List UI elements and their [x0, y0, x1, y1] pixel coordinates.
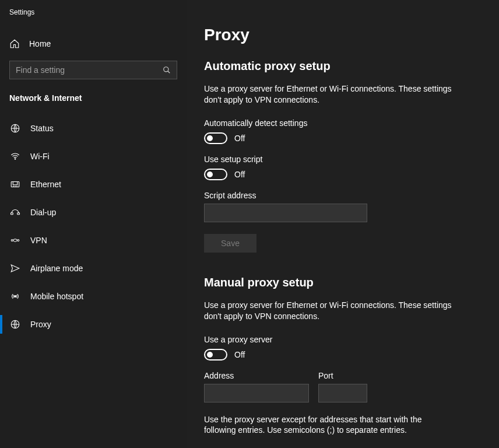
sidebar-item-hotspot[interactable]: Mobile hotspot — [0, 282, 187, 310]
sidebar-item-label: VPN — [30, 236, 47, 245]
sidebar-home[interactable]: Home — [0, 34, 187, 61]
auto-detect-toggle[interactable] — [204, 132, 227, 144]
address-label: Address — [204, 371, 309, 380]
svg-point-4 — [15, 159, 16, 160]
content: Proxy Automatic proxy setup Use a proxy … — [187, 0, 499, 448]
search-icon — [163, 66, 171, 74]
svg-rect-10 — [11, 213, 13, 215]
search-wrap — [0, 61, 187, 93]
sidebar-item-status[interactable]: Status — [0, 114, 187, 142]
svg-rect-6 — [13, 182, 17, 185]
svg-point-13 — [17, 240, 19, 242]
script-address-label: Script address — [204, 191, 499, 200]
script-address-input[interactable] — [204, 204, 367, 222]
search-box[interactable] — [9, 61, 177, 79]
sidebar-item-label: Wi-Fi — [30, 152, 50, 161]
sidebar-item-dialup[interactable]: Dial-up — [0, 198, 187, 226]
sidebar-home-label: Home — [29, 39, 51, 48]
svg-point-14 — [15, 296, 16, 298]
auto-proxy-desc: Use a proxy server for Ethernet or Wi-Fi… — [204, 83, 455, 106]
sidebar: Settings Home Network & Internet Sta — [0, 0, 187, 448]
sidebar-item-label: Proxy — [30, 320, 51, 329]
ethernet-icon — [9, 179, 21, 190]
hotspot-icon — [9, 291, 21, 302]
setup-script-state: Off — [234, 170, 245, 179]
proxy-icon — [9, 319, 21, 330]
auto-detect-label: Automatically detect settings — [204, 118, 499, 128]
use-proxy-state: Off — [234, 350, 245, 359]
port-input[interactable] — [318, 384, 367, 402]
manual-proxy-heading: Manual proxy setup — [204, 276, 499, 289]
auto-proxy-heading: Automatic proxy setup — [204, 60, 499, 73]
sidebar-item-label: Mobile hotspot — [30, 292, 83, 301]
use-proxy-label: Use a proxy server — [204, 335, 499, 344]
auto-detect-state: Off — [234, 134, 245, 143]
sidebar-item-ethernet[interactable]: Ethernet — [0, 170, 187, 198]
exceptions-desc: Use the proxy server except for addresse… — [204, 414, 455, 436]
address-input[interactable] — [204, 384, 309, 402]
svg-point-0 — [164, 67, 168, 72]
vpn-icon — [9, 235, 21, 246]
dialup-icon — [9, 207, 21, 218]
sidebar-item-airplane[interactable]: Airplane mode — [0, 254, 187, 282]
sidebar-item-vpn[interactable]: VPN — [0, 226, 187, 254]
search-input[interactable] — [16, 65, 163, 75]
sidebar-item-label: Ethernet — [30, 180, 61, 189]
setup-script-label: Use setup script — [204, 155, 499, 164]
manual-proxy-desc: Use a proxy server for Ethernet or Wi-Fi… — [204, 300, 455, 322]
status-icon — [9, 123, 21, 134]
svg-point-12 — [11, 240, 13, 242]
wifi-icon — [9, 151, 21, 162]
app-title: Settings — [0, 6, 187, 34]
home-icon — [9, 38, 20, 49]
page-title: Proxy — [204, 26, 499, 44]
sidebar-category: Network & Internet — [0, 93, 187, 114]
svg-line-1 — [168, 71, 170, 74]
sidebar-item-proxy[interactable]: Proxy — [0, 310, 187, 338]
sidebar-item-label: Airplane mode — [30, 264, 83, 273]
use-proxy-toggle[interactable] — [204, 349, 227, 360]
sidebar-item-wifi[interactable]: Wi-Fi — [0, 142, 187, 170]
svg-rect-11 — [17, 213, 20, 215]
sidebar-item-label: Status — [30, 124, 54, 133]
airplane-icon — [9, 263, 21, 274]
save-button[interactable]: Save — [204, 234, 256, 253]
setup-script-toggle[interactable] — [204, 169, 227, 180]
sidebar-item-label: Dial-up — [30, 208, 56, 217]
port-label: Port — [318, 371, 367, 380]
